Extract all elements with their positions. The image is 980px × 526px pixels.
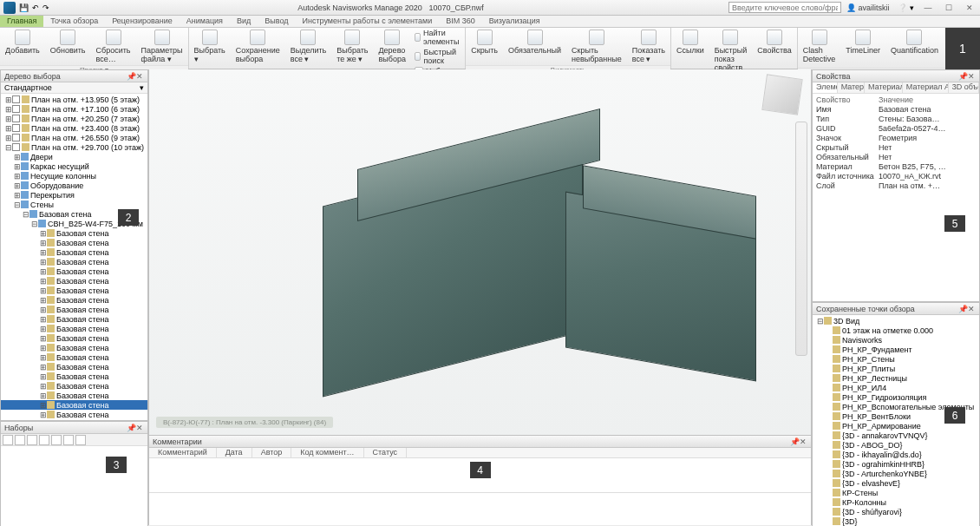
ribbon-button[interactable]: Скрыть невыбранные — [566, 28, 627, 65]
viewpoint-row[interactable]: ⊟3D Вид — [813, 316, 979, 325]
checkbox[interactable] — [12, 124, 20, 132]
viewpoint-row[interactable]: {3D - elvashevE} — [813, 478, 979, 488]
expand-icon[interactable]: ⊞ — [13, 191, 21, 200]
expand-icon[interactable]: ⊞ — [39, 267, 47, 276]
tree-row[interactable]: ⊞Перекрытия — [1, 190, 147, 200]
tree-row[interactable]: ⊟Стены — [1, 200, 147, 209]
ribbon-button[interactable]: Обязательный — [503, 28, 566, 65]
close-icon[interactable]: ✕ — [799, 437, 807, 446]
ribbon-button-small[interactable]: Найти элементы — [411, 28, 465, 47]
pin-icon[interactable]: 📌 — [127, 72, 135, 81]
window-close-icon[interactable]: ✕ — [959, 3, 980, 12]
property-tab[interactable]: Материал Autodesk — [903, 82, 949, 93]
expand-icon[interactable]: ⊟ — [816, 317, 824, 325]
viewpoint-row[interactable]: РН_КР_Фундамент — [813, 345, 979, 354]
tree-row[interactable]: ⊞Базовая стена — [1, 314, 147, 324]
ribbon-tab[interactable]: BIM 360 — [439, 16, 482, 27]
checkbox[interactable] — [12, 115, 20, 122]
tree-row[interactable]: ⊞Базовая стена — [1, 305, 147, 314]
viewpoint-row[interactable]: РН_КР_ИЛ4 — [813, 383, 979, 392]
tree-row[interactable]: ⊞План на отм. +13.950 (5 этаж) — [1, 95, 147, 104]
expand-icon[interactable]: ⊟ — [13, 201, 21, 209]
expand-icon[interactable]: ⊞ — [39, 353, 47, 362]
close-icon[interactable]: ✕ — [967, 72, 976, 81]
expand-icon[interactable]: ⊞ — [39, 258, 47, 266]
checkbox[interactable] — [12, 143, 20, 151]
sets-tool-button[interactable] — [63, 435, 74, 445]
checkbox[interactable] — [12, 105, 20, 113]
ribbon-button[interactable]: Параметры файла ▾ — [136, 28, 188, 65]
viewpoint-row[interactable]: КР-Стены — [813, 488, 979, 497]
expand-icon[interactable]: ⊞ — [39, 296, 47, 305]
tree-row[interactable]: ⊞План на отм. +26.550 (9 этаж) — [1, 133, 147, 142]
expand-icon[interactable]: ⊞ — [4, 115, 12, 123]
ribbon-button[interactable]: Обновить — [45, 28, 91, 65]
column-header[interactable]: Код коммент… — [291, 448, 363, 457]
expand-icon[interactable]: ⊞ — [39, 382, 47, 391]
ribbon-button[interactable]: Clash Detective — [798, 28, 841, 68]
selection-tree[interactable]: ⊞План на отм. +13.950 (5 этаж)⊞План на о… — [1, 94, 147, 420]
property-tab[interactable]: Материал Revit — [865, 82, 903, 93]
property-row[interactable]: МатериалБетон В25, F75, … — [813, 162, 979, 172]
tree-row[interactable]: ⊞Базовая стена — [1, 228, 147, 238]
sets-tool-button[interactable] — [39, 435, 49, 445]
checkbox[interactable] — [12, 134, 20, 141]
navigation-bar[interactable] — [795, 122, 807, 356]
sets-tool-button[interactable] — [3, 435, 13, 445]
pin-icon[interactable]: 📌 — [127, 424, 135, 432]
sets-tool-button[interactable] — [75, 435, 86, 445]
viewpoint-row[interactable]: КР-Колонны — [813, 497, 979, 507]
expand-icon[interactable]: ⊞ — [39, 315, 47, 324]
tree-row[interactable]: ⊞Базовая стена — [1, 391, 147, 400]
expand-icon[interactable]: ⊞ — [39, 334, 47, 343]
qat-redo-icon[interactable]: ↷ — [42, 3, 49, 12]
column-header[interactable]: Дата — [217, 448, 252, 457]
ribbon-tab[interactable]: Анимация — [180, 16, 230, 27]
pin-icon[interactable]: 📌 — [958, 72, 967, 81]
column-header[interactable]: Статус — [364, 448, 407, 457]
expand-icon[interactable]: ⊟ — [22, 210, 29, 219]
viewpoint-row[interactable]: РН_КР_Лестницы — [813, 373, 979, 383]
expand-icon[interactable]: ⊞ — [39, 401, 47, 410]
tree-row[interactable]: ⊞Базовая стена — [1, 381, 147, 391]
tree-row[interactable]: ⊞Базовая стена — [1, 410, 147, 419]
viewpoint-row[interactable]: Navisworks — [813, 335, 979, 345]
tree-row[interactable]: ⊞Базовая стена — [1, 352, 147, 362]
properties-grid[interactable]: СвойствоЗначениеИмяБазовая стенаТипСтены… — [813, 94, 979, 193]
property-row[interactable]: ЗначокГеометрия — [813, 134, 979, 143]
qat-undo-icon[interactable]: ↶ — [32, 3, 39, 12]
ribbon-tab[interactable]: Точка обзора — [43, 16, 105, 27]
tree-row[interactable]: ⊞Двери — [1, 152, 147, 161]
viewpoint-row[interactable]: {3D - shúñyarovi} — [813, 507, 979, 516]
ribbon-tab[interactable]: Вид — [230, 16, 258, 27]
expand-icon[interactable]: ⊞ — [39, 306, 47, 314]
property-row[interactable]: ИмяБазовая стена — [813, 105, 979, 115]
ribbon-tab[interactable]: Рецензирование — [105, 16, 180, 27]
tree-row[interactable]: ⊞Базовая стена — [1, 266, 147, 276]
property-tab[interactable]: Элемент — [813, 82, 838, 93]
tree-row[interactable]: ⊞Базовая стена — [1, 276, 147, 286]
expand-icon[interactable]: ⊞ — [39, 248, 47, 257]
tree-row[interactable]: ⊞Базовая стена — [1, 362, 147, 371]
window-minimize-icon[interactable]: — — [918, 3, 938, 12]
ribbon-button[interactable]: Добавить — [0, 28, 45, 65]
tree-row[interactable]: ⊞Базовая стена — [1, 238, 147, 247]
tree-row[interactable]: ⊞Базовая стена — [1, 324, 147, 333]
column-header[interactable]: Комментарий — [149, 448, 217, 457]
expand-icon[interactable]: ⊞ — [39, 411, 47, 419]
expand-icon[interactable]: ⊞ — [13, 162, 21, 171]
qat-save-icon[interactable]: 💾 — [19, 3, 29, 12]
expand-icon[interactable]: ⊞ — [39, 363, 47, 371]
ribbon-button[interactable]: Быстрый показ свойств — [709, 28, 753, 74]
tree-row[interactable]: ⊞Базовая стена — [1, 333, 147, 343]
tree-row[interactable]: ⊞Базовая стена — [1, 295, 147, 305]
ribbon-button[interactable]: Свойства — [752, 28, 797, 74]
viewpoint-row[interactable]: {3D - annakarovTVNQV} — [813, 431, 979, 440]
viewpoint-row[interactable]: {3D} — [813, 516, 979, 526]
expand-icon[interactable]: ⊞ — [39, 286, 47, 295]
property-tab[interactable]: Материал — [838, 82, 865, 93]
tree-row[interactable]: ⊞Базовая стена — [1, 343, 147, 352]
property-row[interactable]: СкрытыйНет — [813, 143, 979, 153]
tree-row[interactable]: ⊞Базовая стена — [1, 286, 147, 295]
pin-icon[interactable]: 📌 — [790, 437, 799, 446]
